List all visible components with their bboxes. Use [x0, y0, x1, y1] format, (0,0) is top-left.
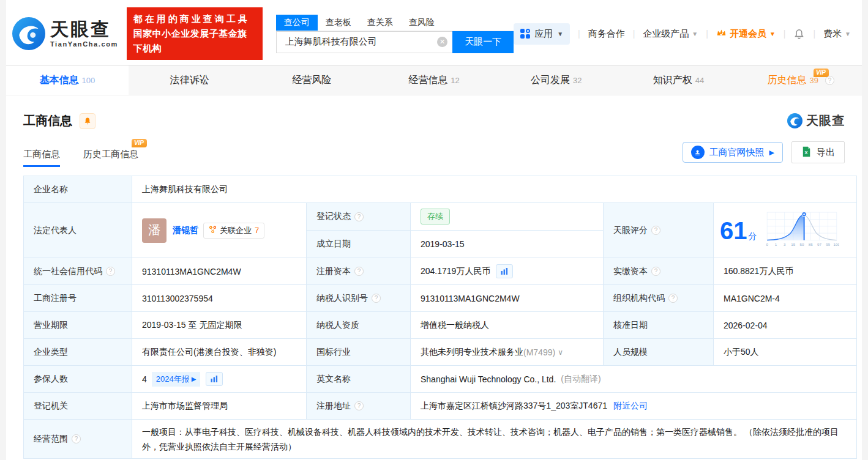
score-cell[interactable]: 61分: [714, 203, 857, 258]
help-icon[interactable]: ?: [354, 212, 364, 221]
nav-vip[interactable]: 开通会员 ▼: [716, 28, 776, 40]
field-label: 天眼评分: [613, 225, 648, 236]
divider: |: [706, 29, 708, 39]
related-companies-button[interactable]: 关联企业 7: [203, 223, 264, 239]
svg-text:85: 85: [808, 242, 812, 247]
related-label: 关联企业: [220, 225, 252, 236]
field-label: 组织机构代码: [613, 293, 665, 304]
search-button[interactable]: 天眼一下: [452, 31, 514, 53]
tab-label: 历史信息: [767, 74, 806, 87]
user-menu[interactable]: 费米 ▼: [823, 28, 851, 40]
tab-history-info[interactable]: VIP 历史信息 39 ?: [739, 65, 862, 95]
help-icon[interactable]: ?: [72, 434, 81, 443]
help-icon[interactable]: ?: [372, 294, 381, 303]
monitor-bell-button[interactable]: [80, 113, 95, 129]
company-type-value: 有限责任公司(港澳台投资、非独资): [142, 347, 276, 358]
field-label: 纳税人识别号: [316, 293, 368, 304]
tab-legal[interactable]: 法律诉讼: [129, 65, 251, 95]
insured-chart-icon[interactable]: [206, 372, 223, 386]
tab-basic-info[interactable]: 基本信息 100: [6, 65, 129, 95]
svg-text:100: 100: [833, 242, 839, 247]
chevron-down-icon[interactable]: ∨: [558, 348, 563, 357]
divider: |: [813, 29, 815, 39]
search-tab-relation[interactable]: 查关系: [359, 15, 401, 31]
annual-report-badge[interactable]: 2024年报 ▶: [152, 372, 201, 387]
field-label: 登记状态: [316, 211, 351, 222]
clear-icon[interactable]: ✕: [437, 37, 447, 47]
field-label: 实缴资本: [613, 266, 648, 277]
search-input-box: ✕: [276, 31, 453, 53]
nav-vip-label: 开通会员: [730, 28, 766, 40]
official-snapshot-button[interactable]: 工商官网快照 ▶: [683, 142, 783, 163]
tab-label: 法律诉讼: [170, 74, 209, 87]
business-term-value: 2019-03-15 至 无固定期限: [142, 320, 242, 331]
search-input[interactable]: [284, 36, 438, 48]
nav-cooperation[interactable]: 商务合作: [588, 28, 625, 40]
network-icon: [209, 226, 217, 236]
tab-operation-risk[interactable]: 经营风险: [250, 65, 373, 95]
notification-bell[interactable]: [793, 28, 805, 40]
nearby-companies-link[interactable]: 附近公司: [613, 401, 648, 412]
arrow-right-icon: ▶: [192, 376, 196, 382]
approval-date-value: 2026-02-04: [724, 321, 768, 330]
table-row: 经营范围 ? 一般项目：从事电子科技、医疗科技、机械设备科技、机器人科技领域内的…: [24, 420, 857, 459]
search-tab-company[interactable]: 查公司: [276, 15, 318, 31]
field-label: 英文名称: [316, 374, 351, 385]
field-label: 法定代表人: [34, 225, 77, 236]
nav-enterprise-label: 企业级产品: [643, 28, 689, 40]
tab-intellectual-property[interactable]: 知识产权 44: [618, 65, 740, 95]
tab-label: 基本信息: [40, 74, 79, 87]
svg-text:15: 15: [791, 242, 795, 247]
export-button[interactable]: X 导出: [791, 141, 845, 163]
apps-menu[interactable]: 应用 ▼: [514, 23, 570, 45]
tab-operation-info[interactable]: 经营信息 12: [373, 65, 495, 95]
search-tab-boss[interactable]: 查老板: [318, 15, 359, 31]
table-row: 企业名称 上海舞肌科技有限公司: [24, 176, 857, 203]
field-label: 参保人数: [34, 374, 68, 385]
subtab-business-info[interactable]: 工商信息: [23, 149, 60, 167]
field-label: 纳税人资质: [316, 320, 359, 331]
arrow-right-icon: ▶: [769, 149, 774, 157]
apps-label: 应用: [534, 28, 553, 40]
help-icon[interactable]: ?: [668, 294, 678, 303]
help-icon[interactable]: ?: [651, 226, 660, 235]
credit-code-value: 91310113MA1GNC2M4W: [142, 267, 241, 276]
tab-company-development[interactable]: 公司发展 32: [495, 65, 618, 95]
help-icon[interactable]: ?: [106, 267, 115, 276]
tab-label: 经营信息: [408, 74, 447, 87]
svg-text:0: 0: [766, 242, 768, 247]
username: 费米: [823, 28, 842, 40]
field-label: 人员规模: [613, 347, 648, 358]
avatar[interactable]: 潘: [142, 218, 166, 243]
tab-label: 经营风险: [292, 74, 331, 87]
org-code-value: MA1GNC2M-4: [724, 294, 780, 303]
taxpayer-id-value: 91310113MA1GNC2M4W: [421, 294, 520, 303]
subtab-row: 工商信息 VIP 历史工商信息 工商官网快照 ▶ X 导出: [6, 129, 862, 167]
help-icon[interactable]: ?: [651, 267, 660, 276]
table-row: 法定代表人 潘 潘锟哲 关联企业 7 登记状态 ?: [24, 203, 857, 258]
insured-count-value: 4: [142, 374, 147, 384]
help-icon[interactable]: ?: [354, 401, 364, 410]
svg-text:99: 99: [826, 242, 830, 247]
nav-enterprise[interactable]: 企业级产品 ▼: [643, 28, 698, 40]
promo-banner: 都在用的商业查询工具 国家中小企业发展子基金旗下机构: [127, 7, 263, 60]
auto-translate-note: (自动翻译): [561, 374, 600, 385]
subtab-history-business-info[interactable]: VIP 历史工商信息: [83, 149, 138, 167]
field-label: 营业期限: [34, 320, 68, 331]
field-label: 核准日期: [613, 320, 648, 331]
field-label: 经营范围: [34, 434, 68, 445]
business-scope-value: 一般项目：从事电子科技、医疗科技、机械设备科技、机器人科技领域内的技术开发、技术…: [142, 425, 847, 454]
legal-rep-link[interactable]: 潘锟哲: [173, 225, 198, 236]
status-badge: 存续: [421, 209, 450, 224]
vip-badge: VIP: [814, 69, 829, 77]
vip-badge: VIP: [132, 139, 147, 147]
capital-chart-icon[interactable]: [496, 264, 513, 278]
search-tab-risk[interactable]: 查风险: [401, 15, 443, 31]
help-icon[interactable]: ?: [354, 267, 364, 276]
promo-line-2: 国家中小企业发展子基金旗下机构: [133, 26, 256, 56]
page: 天眼查 TianYanCha.com 都在用的商业查询工具 国家中小企业发展子基…: [6, 0, 862, 460]
reg-capital-value: 204.1719万人民币: [421, 266, 490, 277]
top-nav: 应用 ▼ | 商务合作 | 企业级产品 ▼ | 开通会员 ▼ | |: [514, 23, 851, 45]
promo-line-1: 都在用的商业查询工具: [133, 12, 256, 26]
tianyancha-logo[interactable]: 天眼查 TianYanCha.com: [12, 17, 118, 50]
